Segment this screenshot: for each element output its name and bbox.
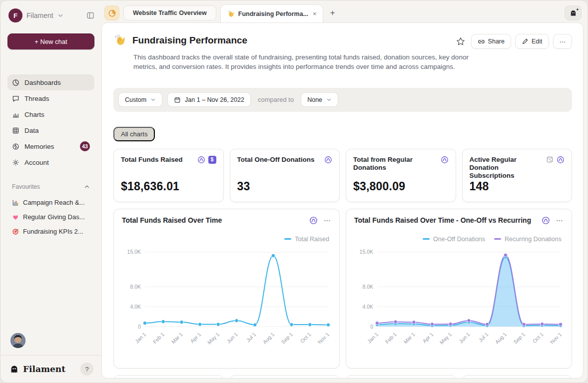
target-emoji-icon xyxy=(12,228,19,235)
kpi-title: Active Regular Donation Subscriptions xyxy=(470,156,543,180)
svg-text:Feb 1: Feb 1 xyxy=(152,331,166,345)
new-tab-button[interactable]: + xyxy=(327,8,338,18)
sidebar-item-label: Memories xyxy=(24,143,54,150)
gear-icon xyxy=(12,159,19,166)
brain-icon xyxy=(12,143,19,150)
svg-text:4.0K: 4.0K xyxy=(362,304,373,310)
favourite-item-fundraising-kpis[interactable]: Fundraising KPIs 2... xyxy=(7,224,94,239)
dashboard-header: Fundraising Performance Share Edit ⋯ xyxy=(113,34,572,49)
svg-text:Apr 1: Apr 1 xyxy=(421,331,434,344)
close-tab-button[interactable]: × xyxy=(312,10,317,17)
sidebar-footer: Filament ? xyxy=(7,362,94,377)
sidebar-item-dashboards[interactable]: Dashboards xyxy=(7,74,94,90)
chart-card-total-funds-over-time: Total Funds Raised Over Time ⋯ Total Rai… xyxy=(113,209,340,369)
dollar-badge-icon: $ xyxy=(208,156,216,164)
tab-website-traffic-overview[interactable]: Website Traffic Overview xyxy=(123,5,216,20)
star-icon xyxy=(456,37,465,46)
all-charts-chip[interactable]: All charts xyxy=(113,127,155,141)
user-avatar[interactable] xyxy=(10,333,25,348)
svg-text:8.0K: 8.0K xyxy=(362,284,373,290)
polar-trend-icon xyxy=(557,156,565,164)
sidebar-item-label: Dashboards xyxy=(24,79,61,86)
kpi-card-total-regular-donations[interactable]: Total from Regular Donations $3,800.09 xyxy=(346,149,456,202)
kpi-card-active-subscriptions[interactable]: Active Regular Donation Subscriptions 14… xyxy=(462,149,573,202)
kpi-card-ticket-sales[interactable]: Total from Ticket Sales xyxy=(113,375,224,379)
area-chart-oneoff-vs-recurring[interactable]: 04.0K8.0K15.0KJan 1Feb 1Mar 1Apr 1May 1J… xyxy=(354,244,566,361)
avatar-image xyxy=(10,333,25,348)
svg-text:15.0K: 15.0K xyxy=(127,249,141,255)
chevron-down-icon xyxy=(150,97,156,102)
legend-item: Recurring Donations xyxy=(494,236,562,243)
tab-label: Fundraising Performa... xyxy=(238,10,308,17)
legend-swatch xyxy=(494,238,501,240)
polar-trend-icon xyxy=(197,156,205,164)
sidebar-item-memories[interactable]: Memories 43 xyxy=(7,138,94,154)
chart-more-button[interactable]: ⋯ xyxy=(324,216,331,224)
share-button[interactable]: Share xyxy=(471,34,511,49)
clap-emoji-icon xyxy=(113,34,126,47)
kpi-card-avg-donation-size[interactable]: Avg Donation Size (All xyxy=(462,375,573,379)
edit-button[interactable]: Edit xyxy=(515,34,549,49)
svg-text:Jan 1: Jan 1 xyxy=(366,331,380,345)
polar-trend-icon xyxy=(324,156,332,164)
workspace-name: Filament xyxy=(26,11,53,19)
legend-item: Total Raised xyxy=(284,236,329,243)
compare-select[interactable]: None xyxy=(301,92,338,107)
tab-fundraising-performance[interactable]: Fundraising Performa... × xyxy=(220,4,323,22)
main-area: Website Traffic Overview Fundraising Per… xyxy=(101,0,588,383)
favourite-star-button[interactable] xyxy=(454,35,467,48)
kpi-title: Total Funds Raised xyxy=(121,156,183,164)
svg-text:Nov 1: Nov 1 xyxy=(549,331,563,345)
kpi-card-total-one-off-donations[interactable]: Total One-Off Donations 33 xyxy=(230,149,340,202)
table-grid-icon xyxy=(12,127,19,134)
sidebar-item-account[interactable]: Account xyxy=(7,154,94,170)
svg-text:Oct 1: Oct 1 xyxy=(299,331,312,344)
kpi-value: $3,800.09 xyxy=(353,180,449,193)
svg-text:Feb 1: Feb 1 xyxy=(384,331,398,345)
date-range-type-select[interactable]: Custom xyxy=(118,92,162,107)
more-options-button[interactable]: ⋯ xyxy=(553,34,573,49)
sidebar-divider xyxy=(0,355,101,356)
legend-item: One-Off Donations xyxy=(423,236,485,243)
favourites-section-header[interactable]: Favourites xyxy=(12,183,90,190)
favourite-item-campaign-reach[interactable]: Campaign Reach &... xyxy=(7,195,94,210)
chart-title: Total Funds Raised Over Time - One-Off v… xyxy=(354,216,531,224)
assistant-ghost-button[interactable] xyxy=(565,5,582,20)
kpi-card-donation-form-conversion[interactable]: Donation Form Conversion xyxy=(230,375,340,379)
new-chat-button[interactable]: + New chat xyxy=(7,33,94,49)
favourite-item-regular-giving[interactable]: Regular Giving Das... xyxy=(7,210,94,224)
sidebar: F Filament + New chat Dashboards Threads… xyxy=(0,0,101,383)
legend-label: One-Off Donations xyxy=(433,236,485,243)
svg-text:Nov 1: Nov 1 xyxy=(317,331,331,345)
clap-emoji-icon xyxy=(227,10,235,18)
line-chart-total-raised[interactable]: 04.0K8.0K15.0KJan 1Feb 1Mar 1Apr 1May 1J… xyxy=(122,244,333,361)
sidebar-item-label: Charts xyxy=(24,111,44,118)
collapse-sidebar-button[interactable] xyxy=(86,11,94,19)
favourite-item-label: Fundraising KPIs 2... xyxy=(23,228,83,235)
sidebar-item-data[interactable]: Data xyxy=(7,122,94,138)
kpi-card-total-funds-raised[interactable]: Total Funds Raised $ $18,636.01 xyxy=(113,149,224,202)
legend-label: Recurring Donations xyxy=(505,236,562,243)
compare-value: None xyxy=(307,96,322,103)
svg-text:Jun 1: Jun 1 xyxy=(458,331,471,345)
sidebar-item-charts[interactable]: Charts xyxy=(7,106,94,122)
dashboards-home-tab-button[interactable] xyxy=(104,5,119,20)
sidebar-item-label: Data xyxy=(24,127,39,134)
chart-title: Total Funds Raised Over Time xyxy=(122,216,222,224)
workspace-switcher[interactable]: F Filament xyxy=(8,8,94,22)
kpi-title: Total One-Off Donations xyxy=(237,156,315,164)
amber-pie-icon xyxy=(108,9,116,17)
share-label: Share xyxy=(488,38,505,45)
svg-text:May 1: May 1 xyxy=(206,331,221,346)
pie-chart-icon xyxy=(12,79,19,86)
kpi-card-tickets-sold[interactable]: Number of Tickets Sold xyxy=(346,375,456,379)
chart-more-button[interactable]: ⋯ xyxy=(556,216,564,224)
sidebar-item-threads[interactable]: Threads xyxy=(7,90,94,106)
legend-label: Total Raised xyxy=(295,236,329,243)
dashboard-panel: Fundraising Performance Share Edit ⋯ xyxy=(101,22,584,379)
chevron-down-icon xyxy=(326,97,332,102)
chart-legend: One-Off Donations Recurring Donations xyxy=(354,236,562,243)
help-button[interactable]: ? xyxy=(80,363,93,376)
date-range-picker[interactable]: Jan 1 – Nov 26, 2022 xyxy=(167,92,251,107)
ghost-logo-icon xyxy=(9,365,19,374)
